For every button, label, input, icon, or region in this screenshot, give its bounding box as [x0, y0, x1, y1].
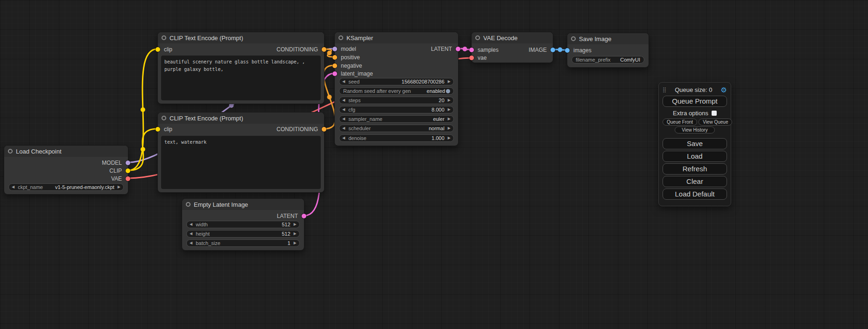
queue-prompt-button[interactable]: Queue Prompt [663, 96, 727, 107]
widget-seed[interactable]: ◀ seed 156680208700286 ▶ [339, 78, 454, 85]
port-clip-output[interactable] [126, 168, 130, 173]
next-arrow-icon[interactable]: ▶ [448, 117, 451, 121]
node-empty-latent-image[interactable]: Empty Latent Image LATENT ◀ width 512 ▶ … [182, 198, 304, 251]
node-save-image[interactable]: Save Image images filename_prefix ComfyU… [567, 33, 649, 68]
node-graph-canvas[interactable]: Load Checkpoint MODEL CLIP VAE ◀ ckpt_na… [0, 0, 868, 329]
port-latent-image-input[interactable] [332, 71, 337, 76]
save-button[interactable]: Save [663, 138, 727, 149]
node-title-bar[interactable]: Load Checkpoint [4, 146, 128, 157]
port-clip-input[interactable] [155, 127, 160, 132]
prev-arrow-icon[interactable]: ◀ [342, 117, 345, 121]
widget-label: cfg [348, 107, 355, 112]
prompt-textarea[interactable]: text, watermark [161, 136, 321, 189]
collapse-dot-icon[interactable] [8, 149, 13, 154]
port-images-input[interactable] [565, 48, 570, 53]
widget-scheduler[interactable]: ◀ scheduler normal ▶ [339, 125, 454, 132]
next-arrow-icon[interactable]: ▶ [448, 108, 451, 112]
node-ksampler[interactable]: KSampler model positive negative latent_… [334, 32, 459, 146]
port-positive-input[interactable] [332, 55, 337, 60]
node-clip-text-encode-negative[interactable]: CLIP Text Encode (Prompt) clip CONDITION… [157, 112, 325, 193]
port-samples-input[interactable] [469, 48, 474, 52]
node-title: KSampler [346, 35, 373, 42]
view-history-button[interactable]: View History [675, 126, 714, 133]
node-title-bar[interactable]: Empty Latent Image [182, 199, 304, 210]
node-vae-decode[interactable]: VAE Decode samples vae IMAGE [471, 32, 553, 63]
next-arrow-icon[interactable]: ▶ [118, 185, 120, 189]
toggle-dot-icon[interactable] [446, 89, 450, 93]
prev-arrow-icon[interactable]: ◀ [12, 185, 14, 189]
widget-label: filename_prefix [576, 57, 611, 63]
next-arrow-icon[interactable]: ▶ [448, 80, 451, 84]
port-conditioning-output[interactable] [322, 47, 326, 52]
next-arrow-icon[interactable]: ▶ [448, 136, 451, 140]
port-model-input[interactable] [332, 47, 337, 51]
widget-width[interactable]: ◀ width 512 ▶ [186, 221, 300, 228]
prev-arrow-icon[interactable]: ◀ [342, 108, 345, 112]
next-arrow-icon[interactable]: ▶ [294, 241, 296, 245]
port-vae-output[interactable] [126, 176, 130, 181]
drag-handle-icon[interactable]: ⣿ [663, 87, 666, 93]
port-latent-output[interactable] [302, 214, 306, 218]
load-button[interactable]: Load [663, 151, 727, 162]
next-arrow-icon[interactable]: ▶ [448, 126, 451, 130]
wire-middot-image [558, 48, 563, 52]
widget-value: ComfyUI [620, 57, 640, 63]
node-load-checkpoint[interactable]: Load Checkpoint MODEL CLIP VAE ◀ ckpt_na… [4, 145, 128, 195]
widget-filename-prefix[interactable]: filename_prefix ComfyUI [572, 56, 644, 63]
node-title-bar[interactable]: VAE Decode [472, 32, 553, 43]
widget-steps[interactable]: ◀ steps 20 ▶ [339, 97, 454, 104]
comfy-menu-panel[interactable]: ⣿ Queue size: 0 ⚙ Queue Prompt Extra opt… [658, 82, 731, 206]
widget-random-seed-toggle[interactable]: Random seed after every gen enabled [339, 87, 454, 95]
port-clip-input[interactable] [155, 47, 160, 52]
widget-label: batch_size [196, 240, 220, 246]
prev-arrow-icon[interactable]: ◀ [190, 241, 192, 245]
prompt-textarea[interactable]: beautiful scenery nature glass bottle la… [161, 56, 321, 100]
port-negative-input[interactable] [332, 63, 337, 68]
collapse-dot-icon[interactable] [162, 35, 166, 40]
widget-sampler-name[interactable]: ◀ sampler_name euler ▶ [339, 115, 454, 123]
collapse-dot-icon[interactable] [571, 36, 576, 41]
port-latent-output[interactable] [456, 47, 460, 51]
extra-options-checkbox[interactable] [712, 111, 717, 116]
prev-arrow-icon[interactable]: ◀ [342, 98, 345, 102]
collapse-dot-icon[interactable] [162, 116, 166, 120]
widget-value: 20 [439, 98, 445, 103]
queue-front-button[interactable]: Queue Front [663, 119, 697, 126]
wire-middot-negative [327, 95, 332, 99]
input-label-images: images [573, 47, 592, 54]
port-image-output[interactable] [550, 48, 555, 52]
next-arrow-icon[interactable]: ▶ [448, 98, 451, 102]
view-queue-button[interactable]: View Queue [699, 119, 732, 126]
clear-button[interactable]: Clear [663, 176, 727, 187]
input-label-latent-image: latent_image [341, 70, 373, 77]
settings-gear-icon[interactable]: ⚙ [721, 86, 727, 93]
input-label-negative: negative [341, 62, 362, 70]
prev-arrow-icon[interactable]: ◀ [190, 232, 192, 236]
refresh-button[interactable]: Refresh [663, 163, 727, 175]
collapse-dot-icon[interactable] [339, 35, 343, 40]
node-title-bar[interactable]: CLIP Text Encode (Prompt) [158, 112, 324, 124]
prev-arrow-icon[interactable]: ◀ [342, 126, 345, 130]
collapse-dot-icon[interactable] [475, 35, 480, 40]
widget-cfg[interactable]: ◀ cfg 8.000 ▶ [339, 106, 454, 113]
input-label-vae: vae [478, 54, 487, 62]
port-model-output[interactable] [126, 161, 130, 165]
collapse-dot-icon[interactable] [186, 202, 191, 207]
widget-ckpt-name[interactable]: ◀ ckpt_name v1-5-pruned-emaonly.ckpt ▶ [8, 183, 124, 191]
port-conditioning-output[interactable] [322, 127, 326, 132]
node-title-bar[interactable]: Save Image [567, 33, 649, 44]
input-label-model: model [341, 45, 356, 53]
widget-height[interactable]: ◀ height 512 ▶ [186, 230, 300, 238]
widget-batch-size[interactable]: ◀ batch_size 1 ▶ [186, 239, 300, 247]
port-vae-input[interactable] [469, 56, 474, 60]
next-arrow-icon[interactable]: ▶ [294, 223, 296, 226]
widget-denoise[interactable]: ◀ denoise 1.000 ▶ [339, 134, 454, 142]
prev-arrow-icon[interactable]: ◀ [342, 136, 345, 140]
node-title-bar[interactable]: KSampler [335, 32, 458, 43]
node-title-bar[interactable]: CLIP Text Encode (Prompt) [158, 32, 324, 43]
prev-arrow-icon[interactable]: ◀ [342, 80, 345, 84]
load-default-button[interactable]: Load Default [663, 189, 727, 200]
prev-arrow-icon[interactable]: ◀ [190, 223, 192, 226]
next-arrow-icon[interactable]: ▶ [294, 232, 296, 236]
node-clip-text-encode-positive[interactable]: CLIP Text Encode (Prompt) clip CONDITION… [157, 32, 325, 104]
